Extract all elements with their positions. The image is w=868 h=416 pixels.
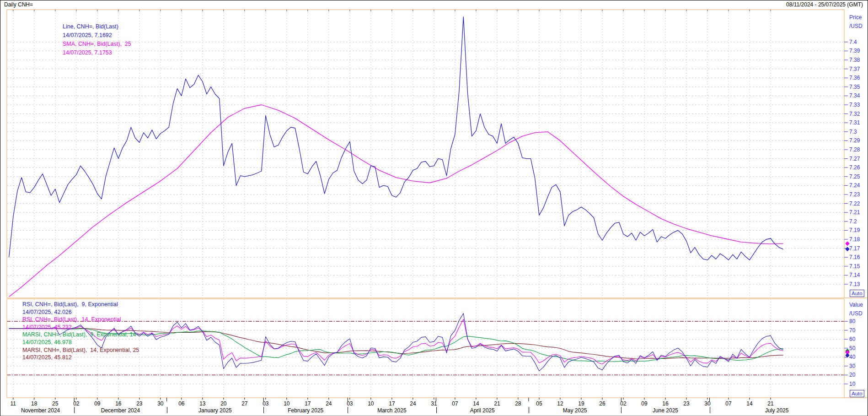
price-tick-label: 7.31 — [849, 119, 860, 126]
price-tick-label: 7.16 — [849, 254, 860, 260]
price-tick-label: 7.29 — [849, 137, 860, 144]
price-tick-label: 7.24 — [849, 182, 860, 189]
value-tick-label: 50 — [849, 345, 855, 351]
x-axis-month-label: February 2025 — [288, 407, 323, 414]
value-tick-label: 20 — [849, 372, 855, 378]
rsi-legend-line: RSI, CNH=, Bid(Last), 9, Exponential — [22, 301, 118, 308]
x-axis-month-label: December 2024 — [101, 407, 140, 414]
price-tick-label: 7.4 — [849, 39, 857, 45]
month-separator — [74, 407, 75, 413]
x-axis-week-label: 02 — [616, 400, 630, 407]
price-tick-label: 7.19 — [849, 227, 860, 233]
price-legend-line: 14/07/2025, 7.1753 — [63, 49, 112, 56]
price-auto-scale-button[interactable]: Auto — [850, 290, 864, 297]
x-axis-week-label: 09 — [638, 400, 651, 407]
x-axis-week-label: 03 — [343, 400, 357, 407]
x-axis-week-label: 28 — [511, 400, 525, 407]
price-legend-line: Line, CNH=, Bid(Last) — [63, 23, 118, 30]
x-axis-month-label: April 2025 — [470, 407, 495, 414]
x-axis-week-label: 20 — [217, 400, 230, 407]
chart-canvas[interactable] — [0, 0, 868, 416]
panel-border — [7, 10, 844, 298]
price-line — [9, 17, 783, 260]
x-axis-week-label: 26 — [595, 400, 609, 407]
price-tick-label: 7.35 — [849, 84, 860, 90]
rsi-legend-line: MARSI, CNH=, Bid(Last), 9, Exponential, … — [22, 331, 136, 338]
month-separator — [529, 407, 529, 413]
x-axis-week-label: 13 — [196, 400, 209, 407]
x-axis-month-label: July 2025 — [765, 407, 788, 414]
month-separator — [263, 407, 264, 413]
price-tick-label: 7.28 — [849, 146, 860, 153]
month-separator — [348, 407, 348, 413]
price-axis-title-line1: Price — [849, 14, 862, 21]
x-axis-week-label: 05 — [532, 400, 546, 407]
x-axis-week-label: 14 — [743, 400, 756, 407]
price-tick-label: 7.18 — [849, 236, 860, 243]
price-legend-line: SMA, CNH=, Bid(Last), 25 — [63, 41, 131, 47]
month-separator — [710, 407, 710, 413]
value-axis-title-line2: /USD — [849, 310, 863, 317]
x-axis-week-label: 31 — [427, 400, 441, 407]
price-legend-line: 14/07/2025, 7.1692 — [63, 32, 112, 38]
month-separator — [436, 407, 437, 413]
month-separator — [167, 407, 167, 413]
x-axis-week-label: 30 — [701, 400, 714, 407]
price-tick-label: 7.39 — [849, 48, 860, 54]
x-axis-week-label: 27 — [238, 400, 252, 407]
rsi-legend-line: 14/07/2025, 45.812 — [22, 354, 72, 361]
x-axis-month-label: May 2025 — [563, 407, 587, 414]
x-axis-week-label: 16 — [112, 400, 125, 407]
x-axis-month-label: June 2025 — [653, 407, 678, 414]
price-tick-label: 7.23 — [849, 191, 860, 198]
x-axis-month-label: January 2025 — [198, 407, 232, 414]
rsi-legend-line: MARSI, CNH=, Bid(Last), 14, Exponential,… — [22, 347, 139, 353]
x-axis-week-label: 23 — [680, 400, 693, 407]
x-axis-week-label: 23 — [133, 400, 146, 407]
value-tick-label: 70 — [849, 327, 855, 334]
price-tick-label: 7.2 — [849, 218, 857, 225]
rsi-current-value-marker — [846, 353, 849, 357]
price-tick-label: 7.17 — [849, 245, 860, 252]
x-axis-week-label: 24 — [322, 400, 336, 407]
x-axis-week-label: 24 — [406, 400, 420, 407]
rsi-auto-scale-button[interactable]: Auto — [850, 390, 864, 397]
chart-window: Daily CNH= 08/11/2024 - 25/07/2025 (GMT)… — [0, 0, 868, 416]
price-tick-label: 7.27 — [849, 156, 860, 162]
price-tick-label: 7.26 — [849, 164, 860, 171]
rsi-legend-line: 14/07/2025, 45.232 — [22, 324, 72, 330]
value-tick-label: 30 — [849, 363, 855, 369]
x-axis-week-label: 03 — [259, 400, 273, 407]
value-tick-label: 10 — [849, 381, 855, 387]
price-tick-label: 7.34 — [849, 92, 860, 99]
x-axis-week-label: 16 — [659, 400, 672, 407]
rsi-legend-line: 14/07/2025, 42.026 — [22, 309, 72, 315]
sma-line — [9, 105, 783, 297]
x-axis-month-label: November 2024 — [21, 407, 60, 414]
price-tick-label: 7.32 — [849, 111, 860, 117]
price-tick-label: 7.3 — [849, 129, 857, 135]
price-tick-label: 7.37 — [849, 66, 860, 72]
price-tick-label: 7.22 — [849, 200, 860, 207]
rsi-legend-line: 14/07/2025, 46.978 — [22, 339, 72, 346]
x-axis-week-label: 21 — [490, 400, 504, 407]
x-axis-month-label: March 2025 — [377, 407, 406, 414]
month-separator — [621, 407, 622, 413]
price-tick-label: 7.36 — [849, 75, 860, 81]
x-axis-week-label: 18 — [27, 400, 41, 407]
price-tick-label: 7.21 — [849, 209, 860, 216]
value-tick-label: 60 — [849, 336, 855, 342]
x-axis-week-label: 07 — [448, 400, 462, 407]
price-axis-title-line2: /USD — [849, 23, 863, 29]
price-tick-label: 7.33 — [849, 102, 860, 108]
x-axis-week-label: 12 — [553, 400, 567, 407]
price-tick-label: 7.25 — [849, 173, 860, 180]
x-axis-week-label: 17 — [301, 400, 315, 407]
x-axis-week-label: 11 — [6, 400, 20, 407]
price-tick-label: 7.15 — [849, 263, 860, 270]
x-axis-week-label: 30 — [154, 400, 167, 407]
x-axis-week-label: 10 — [280, 400, 294, 407]
x-axis-week-label: 14 — [469, 400, 483, 407]
price-tick-label: 7.38 — [849, 57, 860, 63]
value-tick-label: 80 — [849, 318, 855, 324]
